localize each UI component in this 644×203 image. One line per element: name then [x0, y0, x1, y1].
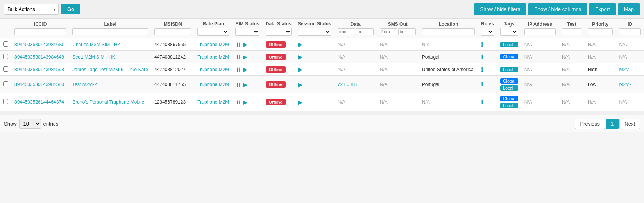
show-hide-columns-button[interactable]: Show / hide columns [528, 3, 587, 15]
rate-plan-link[interactable]: Truphone M2M [197, 99, 229, 105]
sim-status-cell: ⏸▶ [232, 93, 262, 111]
id-link[interactable]: M2M- [619, 82, 631, 87]
ip-address-cell: N/A [521, 76, 559, 93]
circle-play-icon[interactable]: ▶ [243, 41, 247, 48]
session-play-icon[interactable]: ▶ [298, 41, 302, 48]
filter-rules[interactable]: - [481, 28, 494, 36]
filter-label[interactable] [72, 28, 148, 35]
iccid-link[interactable]: 8944503530143984648 [14, 54, 64, 60]
map-button[interactable]: Map [618, 3, 640, 15]
sms-na: N/A [380, 99, 388, 105]
location-cell: United States of America [419, 63, 478, 76]
th-msisdn: MSISDN [151, 19, 194, 38]
tag-badge-global: Global [500, 54, 518, 59]
horizontal-scrollbar[interactable] [0, 111, 644, 115]
label-link[interactable]: Scott M2M SIM - HK [72, 54, 115, 60]
session-play-icon[interactable]: ▶ [298, 66, 302, 73]
circle-play-icon[interactable]: ▶ [243, 66, 247, 73]
label-link[interactable]: Bruno's Personal Truphone Mobile [72, 99, 144, 105]
info-icon[interactable]: ℹ [481, 99, 483, 105]
session-play-icon[interactable]: ▶ [298, 99, 302, 106]
iccid-link[interactable]: 8944503530143984598 [14, 67, 64, 72]
filter-test[interactable] [562, 28, 581, 35]
go-button[interactable]: Go [61, 4, 80, 14]
row-checkbox[interactable] [3, 41, 8, 47]
th-sms-out: SMS Out [377, 19, 419, 38]
rate-plan-link[interactable]: Truphone M2M [197, 42, 229, 47]
info-icon[interactable]: ℹ [481, 41, 483, 48]
label-link[interactable]: James Tagg Test M2M-6 - True Kare [72, 67, 148, 72]
bulk-actions-select[interactable]: Bulk Actions [4, 4, 59, 15]
row-checkbox[interactable] [3, 99, 8, 104]
filter-priority[interactable] [588, 28, 613, 35]
filter-data-to[interactable] [356, 28, 374, 35]
filter-ip[interactable] [524, 28, 556, 35]
circle-play-icon[interactable]: ▶ [243, 81, 247, 88]
filter-session-status[interactable]: - [298, 28, 331, 36]
page-1-button[interactable]: 1 [606, 119, 619, 129]
info-icon[interactable]: ℹ [481, 54, 483, 60]
th-id: ID [616, 19, 644, 38]
msisdn-cell: 447408812027 [151, 63, 194, 76]
location-cell: N/A [419, 93, 478, 111]
filter-sim-status[interactable]: - [235, 28, 259, 36]
next-button[interactable]: Next [619, 119, 640, 129]
rules-cell: ℹ [478, 51, 497, 63]
th-ip-label: IP Address [524, 22, 556, 27]
iccid-link[interactable]: 8944503530143984580 [14, 82, 64, 87]
previous-button[interactable]: Previous [575, 119, 605, 129]
rate-plan-link[interactable]: Truphone M2M [197, 54, 229, 60]
pause-icon[interactable]: ⏸ [235, 81, 241, 88]
data-cell: N/A [335, 63, 377, 76]
data-status-cell: Offline [263, 76, 295, 93]
th-sim-status: SIM Status - [232, 19, 262, 38]
row-checkbox[interactable] [3, 66, 8, 72]
row-checkbox[interactable] [3, 54, 8, 59]
session-play-icon[interactable]: ▶ [298, 81, 302, 88]
info-icon[interactable]: ℹ [481, 66, 483, 73]
rate-plan-link[interactable]: Truphone M2M [197, 82, 229, 87]
location-cell: N/A [419, 38, 478, 51]
th-session-status-label: Session Status [298, 21, 331, 27]
filter-id[interactable] [619, 28, 641, 35]
sms-out-cell: N/A [377, 76, 419, 93]
filter-rate-plan[interactable]: - [197, 28, 229, 36]
filter-iccid[interactable] [14, 28, 66, 35]
test-cell: N/A [559, 63, 585, 76]
pause-icon[interactable]: ⏸ [235, 99, 241, 106]
th-rules-label: Rules [481, 21, 494, 27]
pause-icon[interactable]: ⏸ [235, 54, 241, 60]
iccid-link[interactable]: 8944503526144464374 [14, 99, 64, 105]
label-link[interactable]: Charles M2M SIM - HK [72, 42, 120, 47]
data-status-cell: Offline [263, 38, 295, 51]
session-play-icon[interactable]: ▶ [298, 54, 302, 60]
filter-tags[interactable]: - [500, 28, 518, 36]
th-sms-out-label: SMS Out [380, 22, 416, 27]
filter-sms-from[interactable] [380, 28, 397, 35]
rate-plan-link[interactable]: Truphone M2M [197, 67, 229, 72]
msisdn-cell: 447408867555 [151, 38, 194, 51]
filter-sms-to[interactable] [398, 28, 416, 35]
circle-play-icon[interactable]: ▶ [243, 99, 247, 106]
th-msisdn-label: MSISDN [154, 22, 191, 27]
entries-per-page-select[interactable]: 10 25 50 100 [19, 119, 41, 129]
row-checkbox[interactable] [3, 81, 8, 86]
bulk-actions-wrapper: Bulk Actions [4, 4, 59, 15]
test-cell: N/A [559, 38, 585, 51]
filter-location[interactable] [422, 28, 475, 35]
pause-icon[interactable]: ⏸ [235, 41, 241, 48]
filter-data-status[interactable]: - [266, 28, 292, 36]
filter-msisdn[interactable] [154, 28, 191, 35]
id-cell: N/A [616, 51, 644, 63]
filter-data-from[interactable] [338, 28, 355, 35]
entries-label: entries [43, 121, 59, 127]
iccid-link[interactable]: 89445035301439846S5 [14, 42, 64, 47]
circle-play-icon[interactable]: ▶ [243, 53, 247, 61]
export-button[interactable]: Export [589, 3, 616, 15]
label-link[interactable]: Test M2M-2 [72, 82, 97, 87]
show-hide-filters-button[interactable]: Show / hide filters [474, 3, 527, 15]
pause-icon[interactable]: ⏸ [235, 66, 241, 73]
sim-status-cell: ⏸▶ [232, 38, 262, 51]
id-link[interactable]: M2M- [619, 67, 631, 72]
info-icon[interactable]: ℹ [481, 81, 483, 88]
